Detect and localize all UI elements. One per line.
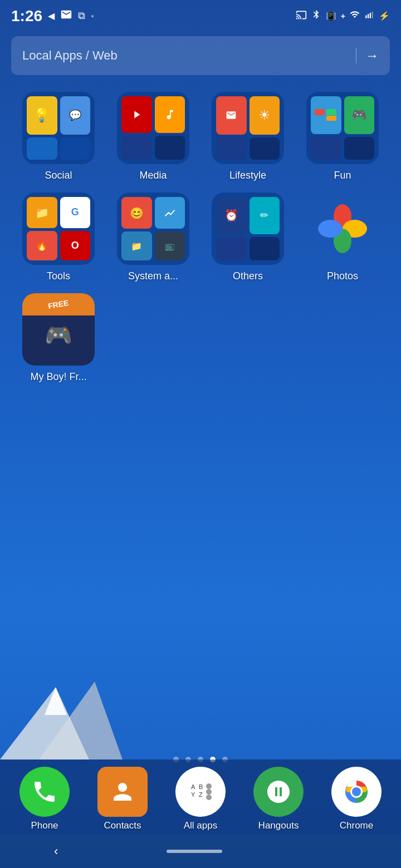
wifi-icon <box>350 9 360 22</box>
dock-label-contacts: Contacts <box>104 820 141 831</box>
social-icon-3 <box>27 137 57 160</box>
cast-icon <box>296 9 307 23</box>
social-icon-4 <box>60 137 91 160</box>
home-pill[interactable] <box>167 850 222 853</box>
app-label-myboy: My Boy! Fr... <box>30 371 86 383</box>
tools-icon-3: 🔥 <box>27 231 57 261</box>
svg-rect-1 <box>368 14 369 18</box>
app-item-system[interactable]: 😊 📁 📺 System a... <box>111 193 195 282</box>
bluetooth-icon <box>311 9 321 22</box>
app-label-photos: Photos <box>327 270 358 282</box>
search-arrow-icon[interactable]: → <box>356 48 379 63</box>
media-icon-3 <box>121 136 152 160</box>
svg-point-20 <box>206 783 212 789</box>
tools-icon-2: G <box>60 197 91 228</box>
dock-label-phone: Phone <box>31 820 58 831</box>
svg-text:Y: Y <box>191 791 195 798</box>
svg-rect-5 <box>326 109 336 115</box>
svg-rect-3 <box>372 12 373 18</box>
dock-item-hangouts[interactable]: Hangouts <box>253 767 304 831</box>
svg-text:Z: Z <box>199 791 203 798</box>
app-item-myboy[interactable]: FREE 🎮 My Boy! Fr... <box>17 293 100 383</box>
dock-icon-contacts <box>97 767 148 817</box>
svg-text:A: A <box>191 783 195 790</box>
fun-icon-1 <box>311 96 341 134</box>
status-bar: 1:26 ◀ ⧉ ● 📳 + ⚡ <box>0 0 401 31</box>
dock-icon-hangouts <box>253 767 304 817</box>
dock-item-contacts[interactable]: Contacts <box>97 767 148 831</box>
battery-icon: ⚡ <box>379 11 390 21</box>
others-icon-4 <box>250 237 280 261</box>
plus-icon: + <box>341 12 345 21</box>
app-item-social[interactable]: 💡 💬 Social <box>17 92 100 181</box>
app-grid: 💡 💬 Social Media ☀ <box>0 86 401 388</box>
empty-cell-3 <box>301 293 384 383</box>
lifestyle-icon-4 <box>250 137 280 160</box>
status-right: 📳 + ⚡ <box>296 9 390 23</box>
dock-item-chrome[interactable]: Chrome <box>331 767 382 831</box>
svg-rect-6 <box>315 116 325 121</box>
signal-icon <box>364 9 374 22</box>
dock-label-allapps: All apps <box>184 820 217 831</box>
dock-label-chrome: Chrome <box>340 820 373 831</box>
back-button[interactable]: ‹ <box>54 844 58 859</box>
dock-label-hangouts: Hangouts <box>258 820 299 831</box>
others-icon-2: ✏ <box>250 197 280 234</box>
app-icon-system: 😊 📁 📺 <box>117 193 189 265</box>
app-label-system: System a... <box>128 270 178 282</box>
app-label-social: Social <box>45 170 72 181</box>
fun-icon-3 <box>311 137 341 160</box>
empty-cell-1 <box>111 293 195 383</box>
app-item-tools[interactable]: 📁 G 🔥 O Tools <box>17 193 100 282</box>
fun-icon-4 <box>344 137 375 160</box>
svg-rect-7 <box>326 116 336 121</box>
system-icon-4: 📺 <box>155 231 185 260</box>
app-icon-others: ⏰ ✏ <box>212 193 284 265</box>
dock-icon-phone <box>19 767 70 817</box>
app-item-others[interactable]: ⏰ ✏ Others <box>206 193 290 282</box>
app-item-photos[interactable]: Photos <box>301 193 384 282</box>
dot-icon: ● <box>91 13 94 19</box>
search-text: Local Apps / Web <box>22 48 356 63</box>
app-label-tools: Tools <box>47 270 70 282</box>
tools-icon-1: 📁 <box>27 197 57 228</box>
dock-item-allapps[interactable]: A B Y Z All apps <box>175 767 226 831</box>
app-icon-media <box>117 92 189 164</box>
others-icon-1: ⏰ <box>216 197 247 234</box>
empty-cell-2 <box>206 293 290 383</box>
system-icon-3: 📁 <box>121 231 152 260</box>
dock: Phone Contacts A B Y Z All apps Hangouts <box>0 760 401 835</box>
others-icon-3 <box>216 237 247 261</box>
app-item-lifestyle[interactable]: ☀ Lifestyle <box>206 92 290 181</box>
system-icon-2 <box>155 197 185 229</box>
app-label-fun: Fun <box>334 170 351 181</box>
app-item-media[interactable]: Media <box>111 92 195 181</box>
vibrate-icon: 📳 <box>326 11 336 21</box>
system-icon-1: 😊 <box>121 197 152 229</box>
social-icon-2: 💬 <box>60 96 91 135</box>
app-label-lifestyle: Lifestyle <box>229 170 266 181</box>
svg-rect-4 <box>315 109 325 115</box>
media-icon-4 <box>155 136 185 160</box>
status-time: 1:26 <box>11 7 42 25</box>
app-icon-photos <box>306 193 379 265</box>
svg-text:B: B <box>199 783 203 790</box>
app-icon-lifestyle: ☀ <box>212 92 284 164</box>
app-item-fun[interactable]: 🎮 Fun <box>301 92 384 181</box>
lifestyle-icon-2: ☀ <box>250 96 280 135</box>
lifestyle-icon-3 <box>216 137 247 160</box>
media-icon-2 <box>155 96 185 133</box>
media-icon-1 <box>121 96 152 133</box>
lifestyle-icon-1 <box>216 96 247 135</box>
app-icon-social: 💡 💬 <box>22 92 95 164</box>
dock-item-phone[interactable]: Phone <box>19 767 70 831</box>
app-icon-tools: 📁 G 🔥 O <box>22 193 95 265</box>
search-bar[interactable]: Local Apps / Web → <box>11 36 390 75</box>
app-icon-fun: 🎮 <box>306 92 379 164</box>
app-icon-myboy: FREE 🎮 <box>22 293 95 366</box>
tools-icon-4: O <box>60 231 91 261</box>
app-label-media: Media <box>139 170 167 181</box>
dock-icon-chrome <box>331 767 382 817</box>
nav-bar: ‹ <box>0 835 401 868</box>
mountain-decoration <box>0 670 123 760</box>
